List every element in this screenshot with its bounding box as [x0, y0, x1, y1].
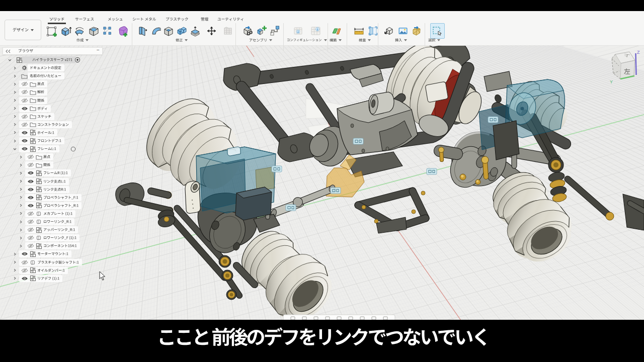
- collapse-arrow-icon[interactable]: [13, 275, 17, 282]
- tree-row-label[interactable]: [43, 194, 78, 201]
- minimize-panel-icon[interactable]: −: [97, 47, 100, 53]
- group-dropdown-1[interactable]: [174, 37, 190, 43]
- collapse-arrow-icon[interactable]: [19, 177, 23, 185]
- derive-link-icon[interactable]: [241, 24, 254, 37]
- tree-row-21[interactable]: [0, 226, 117, 234]
- tree-row-15[interactable]: [0, 177, 117, 185]
- extrude-icon[interactable]: [59, 24, 72, 37]
- tree-row-18[interactable]: [0, 202, 117, 209]
- collapse-arrow-icon[interactable]: [19, 226, 23, 234]
- tree-row-9[interactable]: [0, 129, 117, 136]
- collapse-arrow-icon[interactable]: [13, 129, 17, 136]
- collapse-arrow-icon[interactable]: [13, 121, 17, 128]
- combine-icon[interactable]: [175, 24, 188, 37]
- joint-origin-tag[interactable]: [427, 168, 437, 174]
- tree-row-label[interactable]: [43, 153, 50, 161]
- tree-row-13[interactable]: [0, 161, 117, 169]
- expand-arrow-icon[interactable]: [8, 56, 12, 64]
- visibility-eye-icon[interactable]: [27, 186, 34, 193]
- tab-6[interactable]: [218, 16, 244, 23]
- joint-origin-tag[interactable]: [286, 205, 296, 211]
- flange-icon[interactable]: [136, 24, 149, 37]
- construct-plane-icon[interactable]: [330, 24, 343, 37]
- group-dropdown-7[interactable]: [426, 37, 443, 43]
- group-dropdown-6[interactable]: [392, 37, 410, 43]
- tree-row-10[interactable]: [0, 137, 117, 145]
- tree-row-5[interactable]: [0, 97, 117, 104]
- visibility-eye-icon[interactable]: [21, 113, 28, 120]
- tree-row-label[interactable]: [37, 97, 44, 104]
- create-sketch-icon[interactable]: [45, 24, 58, 37]
- visibility-eye-icon[interactable]: [27, 177, 34, 185]
- move-icon[interactable]: [205, 24, 218, 37]
- tree-row-16[interactable]: [0, 186, 117, 193]
- tree-row-14[interactable]: [0, 169, 117, 177]
- collapse-arrow-icon[interactable]: [19, 210, 23, 217]
- collapse-arrow-icon[interactable]: [19, 202, 23, 209]
- visibility-eye-icon[interactable]: [21, 250, 28, 258]
- tree-row-label[interactable]: [32, 56, 72, 64]
- tree-row-27[interactable]: [0, 275, 117, 282]
- tree-row-label[interactable]: [37, 275, 59, 282]
- expand-arrow-icon[interactable]: [13, 145, 17, 153]
- tab-4[interactable]: [166, 16, 188, 23]
- visibility-eye-icon[interactable]: [21, 97, 28, 104]
- group-dropdown-2[interactable]: [250, 37, 272, 43]
- collapse-arrow-icon[interactable]: [13, 72, 17, 80]
- group-dropdown-5[interactable]: [356, 37, 373, 43]
- tree-row-19[interactable]: [0, 210, 117, 217]
- collapse-arrow-icon[interactable]: [19, 242, 23, 250]
- collapse-arrow-icon[interactable]: [19, 234, 23, 242]
- revolve-icon[interactable]: [73, 24, 86, 37]
- tree-row-label[interactable]: [43, 242, 77, 250]
- collapse-arrow-icon[interactable]: [13, 80, 17, 88]
- visibility-eye-icon[interactable]: [21, 258, 28, 266]
- tree-row-label[interactable]: [43, 218, 71, 226]
- joint-icon[interactable]: [269, 24, 282, 37]
- mesh-edit-icon[interactable]: [101, 24, 114, 37]
- tab-1[interactable]: [74, 16, 95, 23]
- collapse-arrow-icon[interactable]: [19, 153, 23, 161]
- configuration-insert-icon[interactable]: [309, 24, 322, 37]
- tree-row-label[interactable]: [37, 88, 44, 96]
- visibility-eye-icon[interactable]: [27, 153, 34, 161]
- tree-row-24[interactable]: [0, 250, 117, 258]
- collapse-arrow-icon[interactable]: [19, 218, 23, 226]
- visibility-eye-icon[interactable]: [27, 202, 34, 209]
- collapse-arrow-icon[interactable]: [13, 97, 17, 104]
- insert-derive-icon[interactable]: [382, 24, 395, 37]
- form-icon[interactable]: [116, 24, 129, 37]
- tree-row-2[interactable]: [0, 72, 117, 80]
- tree-row-label[interactable]: [43, 161, 50, 169]
- select-icon[interactable]: [430, 24, 443, 37]
- configuration-table-icon[interactable]: [291, 24, 304, 37]
- tree-row-22[interactable]: [0, 234, 117, 242]
- tree-row-label[interactable]: [37, 121, 69, 128]
- tree-row-label[interactable]: [43, 169, 68, 177]
- tree-row-label[interactable]: [37, 80, 44, 88]
- joint-origin-tag[interactable]: [331, 188, 341, 194]
- pattern-table-icon[interactable]: [221, 24, 234, 37]
- collapse-arrow-icon[interactable]: [13, 137, 17, 145]
- visibility-eye-icon[interactable]: [21, 137, 28, 145]
- visibility-eye-icon[interactable]: [27, 169, 34, 177]
- tree-row-0[interactable]: [0, 56, 117, 64]
- tree-row-label[interactable]: [43, 226, 75, 234]
- tree-row-label[interactable]: [37, 266, 65, 274]
- tree-row-25[interactable]: [0, 258, 117, 266]
- tree-row-7[interactable]: [0, 113, 117, 120]
- tree-row-11[interactable]: [0, 145, 117, 153]
- tree-row-label[interactable]: [43, 177, 66, 185]
- tree-row-label[interactable]: [30, 72, 61, 80]
- collapse-arrow-icon[interactable]: [13, 105, 17, 112]
- joint-origin-tag[interactable]: [488, 117, 498, 123]
- tree-row-label[interactable]: [37, 137, 61, 145]
- group-dropdown-3[interactable]: [288, 37, 326, 43]
- collapse-arrow-icon[interactable]: [19, 169, 23, 177]
- tree-row-label[interactable]: [43, 186, 66, 193]
- visibility-eye-icon[interactable]: [21, 129, 28, 136]
- tree-row-label[interactable]: [37, 258, 79, 266]
- tree-row-label[interactable]: [37, 105, 48, 112]
- collapse-arrow-icon[interactable]: [19, 186, 23, 193]
- visibility-eye-icon[interactable]: [27, 210, 34, 217]
